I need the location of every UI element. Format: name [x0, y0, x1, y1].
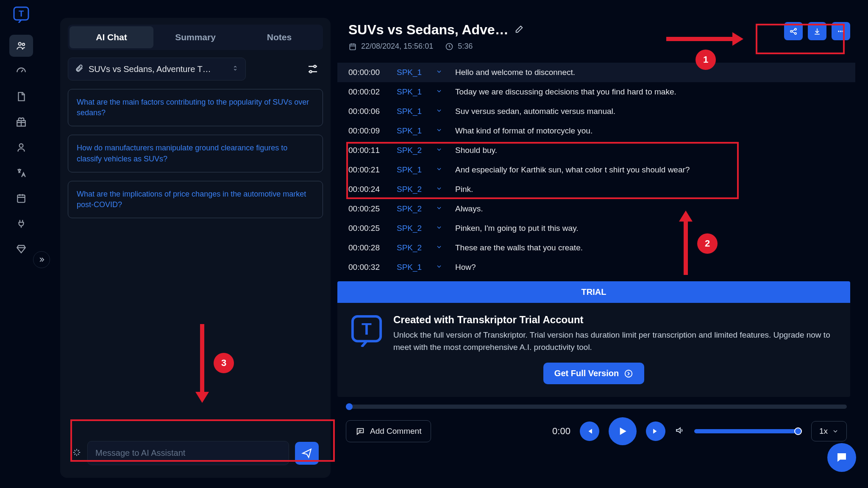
- suggestion-item[interactable]: How do manufacturers manipulate ground c…: [68, 135, 323, 172]
- send-button[interactable]: [295, 442, 319, 465]
- transcript-row[interactable]: 00:00:28SPK_2These are the walls that yo…: [337, 238, 855, 258]
- app-logo: T: [12, 5, 31, 24]
- transcript-row[interactable]: 00:00:00SPK_1Hello and welcome to discon…: [337, 63, 855, 82]
- transcript-row[interactable]: 00:00:24SPK_2Pink.: [337, 180, 855, 199]
- transcript-speaker[interactable]: SPK_2: [397, 146, 430, 155]
- chat-bubble-button[interactable]: [827, 443, 856, 472]
- add-comment-label: Add Comment: [370, 427, 421, 436]
- compose-row: [66, 436, 325, 470]
- chevron-down-icon[interactable]: [436, 87, 449, 97]
- transcript-speaker[interactable]: SPK_2: [397, 243, 430, 252]
- transcript-speaker[interactable]: SPK_1: [397, 87, 430, 97]
- volume-handle[interactable]: [794, 427, 802, 435]
- transcript-row[interactable]: 00:00:25SPK_2Pinken, I'm going to put it…: [337, 219, 855, 238]
- chevron-down-icon[interactable]: [436, 224, 449, 233]
- suggestion-item[interactable]: What are the implications of price chang…: [68, 181, 323, 218]
- speed-selector[interactable]: 1x: [811, 421, 847, 441]
- transcript-speaker[interactable]: SPK_1: [397, 263, 430, 272]
- share-button[interactable]: [784, 22, 803, 40]
- chevron-down-icon: [832, 428, 839, 435]
- annotation-arrowhead-1: [732, 32, 743, 46]
- annotation-arrowhead-3: [195, 392, 209, 403]
- svg-point-15: [840, 30, 841, 32]
- transcript-row[interactable]: 00:00:21SPK_1And especially for Karthik …: [337, 160, 855, 180]
- download-button[interactable]: [808, 22, 826, 40]
- sidebar-item-gift[interactable]: [9, 111, 33, 133]
- transcript-row[interactable]: 00:00:32SPK_1How?: [337, 258, 855, 277]
- transcript-row[interactable]: 00:00:25SPK_2Always.: [337, 199, 855, 219]
- transcript-row[interactable]: 00:00:06SPK_1Suv versus sedan, automatic…: [337, 102, 855, 121]
- updown-icon: [232, 65, 239, 73]
- transcript-time: 00:00:25: [348, 204, 391, 214]
- header-actions: [784, 22, 850, 40]
- seek-handle[interactable]: [346, 403, 353, 410]
- chevron-down-icon[interactable]: [436, 107, 449, 116]
- transcript-speaker[interactable]: SPK_2: [397, 185, 430, 194]
- volume-icon[interactable]: [675, 425, 685, 437]
- suggestion-item[interactable]: What are the main factors contributing t…: [68, 89, 323, 126]
- prev-button[interactable]: [580, 421, 599, 441]
- transcript-text: What kind of format of motorcycle you.: [455, 126, 844, 136]
- clock-icon: [445, 42, 453, 51]
- trial-logo: T: [350, 314, 383, 347]
- transcript-row[interactable]: 00:00:09SPK_1What kind of format of moto…: [337, 121, 855, 141]
- trial-heading: Created with Transkriptor Trial Account: [393, 314, 837, 326]
- svg-point-3: [22, 43, 25, 45]
- chevron-down-icon[interactable]: [436, 243, 449, 252]
- volume-bar[interactable]: [694, 429, 802, 433]
- chevron-down-icon[interactable]: [436, 204, 449, 214]
- sidebar-item-translate[interactable]: [9, 162, 33, 184]
- meta-date-text: 22/08/2024, 15:56:01: [361, 42, 433, 51]
- chevron-down-icon[interactable]: [436, 165, 449, 175]
- svg-text:T: T: [362, 320, 372, 338]
- sidebar-item-people[interactable]: [9, 35, 33, 57]
- play-button[interactable]: [609, 417, 637, 445]
- transcript-text: Pink.: [455, 185, 844, 194]
- file-selector[interactable]: SUVs vs Sedans, Adventure T…: [68, 58, 246, 80]
- tab-summary[interactable]: Summary: [153, 26, 237, 48]
- next-button[interactable]: [646, 421, 665, 441]
- tab-notes[interactable]: Notes: [237, 26, 321, 48]
- chevron-down-icon[interactable]: [436, 263, 449, 272]
- transcript-speaker[interactable]: SPK_2: [397, 204, 430, 214]
- file-selector-text: SUVs vs Sedans, Adventure T…: [89, 64, 227, 74]
- sidebar-item-calendar[interactable]: [9, 187, 33, 209]
- transcript-speaker[interactable]: SPK_2: [397, 224, 430, 233]
- settings-sliders-button[interactable]: [303, 59, 323, 79]
- transcript-row[interactable]: 00:00:02SPK_1Today we are discussing dec…: [337, 82, 855, 102]
- transcript-speaker[interactable]: SPK_1: [397, 107, 430, 116]
- transcript-speaker[interactable]: SPK_1: [397, 165, 430, 175]
- transcript-speaker[interactable]: SPK_1: [397, 126, 430, 136]
- sidebar-item-document[interactable]: [9, 86, 33, 108]
- calendar-icon: [348, 42, 357, 51]
- transcript-time: 00:00:32: [348, 263, 391, 272]
- sidebar-item-person[interactable]: [9, 136, 33, 158]
- sidebar-expand-button[interactable]: [33, 251, 50, 268]
- annotation-arrow-3: [200, 324, 204, 392]
- sidebar-item-plug[interactable]: [9, 213, 33, 235]
- sidebar-item-diamond[interactable]: [9, 238, 33, 260]
- add-comment-button[interactable]: Add Comment: [346, 420, 431, 442]
- transcript-row[interactable]: 00:00:11SPK_2Should buy.: [337, 141, 855, 160]
- chevron-down-icon[interactable]: [436, 146, 449, 155]
- trial-badge: TRIAL: [337, 281, 850, 303]
- chevron-down-icon[interactable]: [436, 126, 449, 136]
- sidebar-item-gauge[interactable]: [9, 60, 33, 82]
- transcript-speaker[interactable]: SPK_1: [397, 68, 430, 77]
- transcript-list: 00:00:00SPK_1Hello and welcome to discon…: [337, 63, 855, 277]
- meta-duration-text: 5:36: [458, 42, 473, 51]
- get-full-version-button[interactable]: Get Full Version: [543, 363, 644, 384]
- current-time: 0:00: [552, 426, 570, 437]
- more-button[interactable]: [832, 22, 850, 40]
- ai-message-input[interactable]: [87, 441, 289, 465]
- chevron-down-icon[interactable]: [436, 185, 449, 194]
- transcript-text: How?: [455, 263, 844, 272]
- seek-bar[interactable]: [346, 405, 847, 409]
- svg-point-7: [314, 65, 316, 67]
- sparkle-icon: [72, 448, 81, 459]
- chevron-down-icon[interactable]: [436, 68, 449, 77]
- annotation-arrow-2: [684, 222, 688, 275]
- transcript-time: 00:00:25: [348, 224, 391, 233]
- tab-ai-chat[interactable]: AI Chat: [70, 26, 153, 48]
- edit-title-icon[interactable]: [515, 25, 524, 36]
